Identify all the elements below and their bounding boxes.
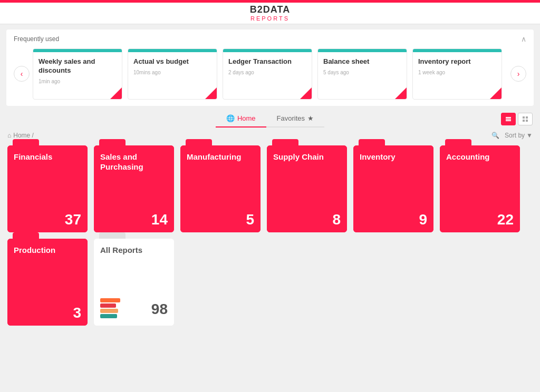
folder-count: 8 bbox=[273, 212, 341, 227]
svg-rect-0 bbox=[506, 117, 511, 118]
folder-name: Manufacturing bbox=[187, 152, 254, 162]
report-card-time: 2 days ago bbox=[228, 70, 306, 75]
folder-name: Accounting bbox=[446, 152, 514, 162]
folder-card[interactable]: All Reports 98 bbox=[94, 239, 174, 326]
header-accent-bar bbox=[0, 0, 540, 3]
report-card-time: 1min ago bbox=[38, 79, 117, 84]
folder-name: Production bbox=[14, 245, 81, 256]
carousel: ‹ Weekly sales and discounts 1min ago Ac… bbox=[14, 48, 526, 100]
report-card-title: Inventory report bbox=[418, 57, 496, 66]
svg-rect-1 bbox=[506, 119, 511, 120]
star-icon: ★ bbox=[307, 114, 314, 122]
sort-chevron-icon: ▼ bbox=[526, 132, 533, 139]
frequently-used-section: Frequently used ∧ ‹ Weekly sales and dis… bbox=[6, 30, 534, 106]
books-icon bbox=[100, 298, 120, 318]
home-icon: ⌂ bbox=[7, 132, 11, 139]
carousel-prev-button[interactable]: ‹ bbox=[14, 66, 30, 82]
folder-grid: Financials 37 Sales and Purchasing 14 Ma… bbox=[0, 142, 540, 333]
view-toggle bbox=[501, 113, 533, 125]
carousel-next-button[interactable]: › bbox=[510, 66, 526, 82]
report-card[interactable]: Weekly sales and discounts 1min ago bbox=[33, 48, 122, 100]
folder-name: Inventory bbox=[360, 152, 427, 162]
folder-card[interactable]: Production 3 bbox=[7, 239, 88, 326]
report-card-corner bbox=[395, 87, 407, 99]
report-card[interactable]: Actual vs budget 10mins ago bbox=[128, 48, 217, 100]
report-card[interactable]: Ledger Transaction 2 days ago bbox=[223, 48, 312, 100]
home-tab-label: Home bbox=[237, 114, 256, 122]
svg-rect-3 bbox=[523, 116, 525, 119]
sort-button[interactable]: Sort by ▼ bbox=[505, 132, 533, 139]
folder-name: Sales and Purchasing bbox=[100, 152, 168, 172]
report-card-title: Weekly sales and discounts bbox=[38, 57, 117, 75]
collapse-icon[interactable]: ∧ bbox=[521, 35, 526, 43]
svg-rect-5 bbox=[523, 120, 525, 122]
app-title: B2DATA bbox=[0, 4, 540, 15]
list-view-button[interactable] bbox=[501, 113, 516, 125]
folder-count: 3 bbox=[14, 306, 81, 320]
tab-favorites[interactable]: Favorites ★ bbox=[266, 111, 324, 128]
breadcrumb: ⌂ Home / bbox=[7, 132, 34, 139]
report-card-time: 5 days ago bbox=[323, 70, 401, 75]
report-card-title: Actual vs budget bbox=[133, 57, 211, 66]
svg-rect-6 bbox=[526, 120, 528, 122]
folder-card[interactable]: Sales and Purchasing 14 bbox=[94, 145, 174, 232]
breadcrumb-path: Home / bbox=[13, 132, 34, 139]
report-card[interactable]: Balance sheet 5 days ago bbox=[317, 48, 407, 100]
folder-count: 37 bbox=[14, 212, 81, 227]
sort-label: Sort by bbox=[505, 132, 525, 139]
report-card-title: Balance sheet bbox=[323, 57, 401, 66]
folder-card[interactable]: Accounting 22 bbox=[440, 145, 520, 232]
grid-view-button[interactable] bbox=[518, 113, 533, 125]
app-header: B2DATA REPORTS bbox=[0, 0, 540, 24]
folder-card[interactable]: Supply Chain 8 bbox=[267, 145, 347, 232]
report-card-time: 10mins ago bbox=[133, 70, 211, 75]
folder-count: 98 bbox=[151, 302, 168, 317]
folder-count: 5 bbox=[187, 212, 254, 227]
report-card-corner bbox=[205, 87, 217, 99]
report-card[interactable]: Inventory report 1 week ago bbox=[412, 48, 502, 100]
folder-count: 22 bbox=[446, 212, 514, 227]
folder-name: All Reports bbox=[100, 245, 168, 256]
folder-card[interactable]: Inventory 9 bbox=[353, 145, 433, 232]
folder-count: 14 bbox=[100, 212, 168, 227]
folder-name: Financials bbox=[14, 152, 81, 162]
carousel-items: Weekly sales and discounts 1min ago Actu… bbox=[33, 48, 507, 100]
report-card-corner bbox=[110, 87, 122, 99]
report-card-title: Ledger Transaction bbox=[228, 57, 306, 66]
favorites-tab-label: Favorites bbox=[277, 114, 305, 122]
report-card-corner bbox=[490, 87, 502, 99]
report-card-corner bbox=[300, 87, 312, 99]
tab-home[interactable]: 🌐 Home bbox=[216, 111, 266, 128]
home-tab-icon: 🌐 bbox=[226, 114, 235, 122]
tabs-section: 🌐 Home Favorites ★ bbox=[0, 111, 540, 128]
folder-name: Supply Chain bbox=[273, 152, 341, 162]
folder-card[interactable]: Manufacturing 5 bbox=[180, 145, 261, 232]
report-card-time: 1 week ago bbox=[418, 70, 496, 75]
folder-count: 9 bbox=[360, 212, 427, 227]
svg-rect-2 bbox=[506, 120, 511, 121]
search-icon[interactable]: 🔍 bbox=[491, 132, 499, 139]
svg-rect-4 bbox=[526, 116, 528, 119]
app-subtitle: REPORTS bbox=[0, 15, 540, 22]
frequently-used-label: Frequently used bbox=[14, 35, 59, 43]
frequently-used-header: Frequently used ∧ bbox=[14, 35, 526, 43]
folder-card[interactable]: Financials 37 bbox=[7, 145, 88, 232]
main-tabs: 🌐 Home Favorites ★ bbox=[216, 111, 324, 128]
sort-section: 🔍 Sort by ▼ bbox=[491, 132, 533, 139]
